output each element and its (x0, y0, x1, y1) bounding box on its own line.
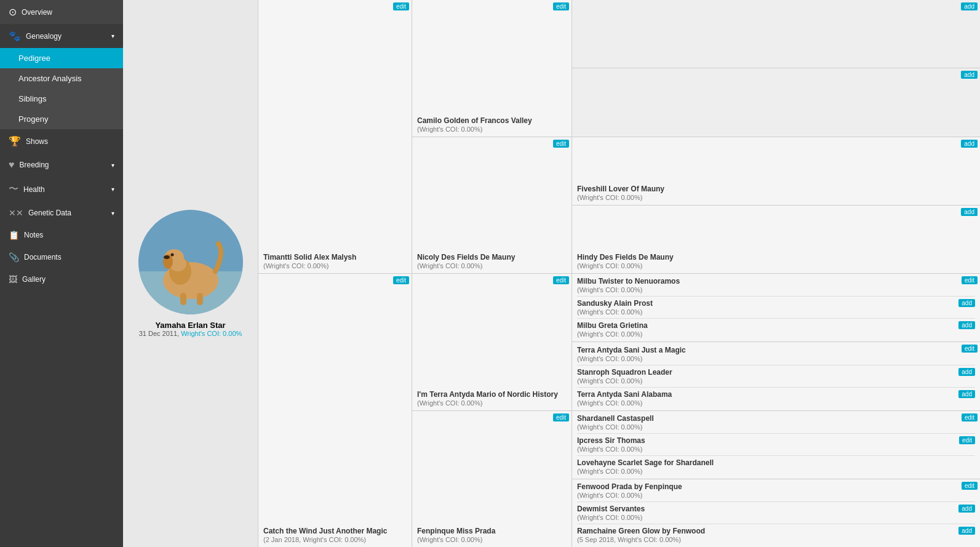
ggp-7b-coi: (Wright's COI: 0.00%) (577, 445, 975, 453)
ggp-8b-add-button[interactable]: add (958, 505, 975, 513)
sidebar-item-shows[interactable]: 🏆 Shows (0, 129, 123, 153)
sidebar-item-overview[interactable]: ⊙ Overview (0, 0, 123, 24)
gp-sd-edit-button[interactable]: edit (553, 140, 569, 148)
gallery-label: Gallery (22, 275, 46, 284)
sidebar-item-documents[interactable]: 📎 Documents (0, 246, 123, 268)
ggp-5c-add-button[interactable]: add (958, 321, 975, 329)
sidebar-item-breeding[interactable]: ♥ Breeding ▾ (0, 153, 123, 177)
ggp-6c-add-button[interactable]: add (958, 390, 975, 398)
genetic-data-label: Genetic Data (28, 209, 71, 217)
ggp-5b-add-button[interactable]: add (958, 299, 975, 307)
ggp-8b-coi: (Wright's COI: 0.00%) (577, 514, 975, 521)
ggp-2-add-button[interactable]: add (961, 71, 978, 79)
sidebar-item-genealogy[interactable]: 🐾 Genealogy ▾ (0, 24, 123, 48)
sidebar-item-siblings[interactable]: Siblings (0, 89, 123, 109)
parent-dam-edit-button[interactable]: edit (393, 276, 409, 284)
grandparents-column: edit Camilo Golden of Francos Valley (Wr… (412, 0, 572, 547)
ggp-5a-coi: (Wright's COI: 0.00%) (577, 286, 975, 293)
pedigree-view: Yamaha Erlan Star 31 Dec 2011, Wright's … (123, 0, 980, 547)
ggp-5b-coi: (Wright's COI: 0.00%) (577, 308, 975, 316)
breeding-label: Breeding (20, 161, 49, 169)
gp-ss-cell: edit Camilo Golden of Francos Valley (Wr… (412, 0, 572, 137)
ggp-7b-edit-button[interactable]: edit (959, 436, 975, 444)
ggp-4-name: Hindy Des Fields De Mauny (577, 253, 975, 262)
sidebar-item-ancestor-analysis[interactable]: Ancestor Analysis (0, 68, 123, 89)
siblings-label: Siblings (18, 94, 47, 103)
ggp-1-add-button[interactable]: add (961, 2, 978, 10)
ggp-4-coi: (Wright's COI: 0.00%) (577, 262, 975, 270)
ggp-8c-coi: (5 Sep 2018, Wright's COI: 0.00%) (577, 536, 975, 543)
ggp-8-edit-button[interactable]: edit (962, 482, 978, 490)
ggp-7-edit-button[interactable]: edit (962, 413, 978, 421)
gp-dd-edit-button[interactable]: edit (553, 413, 569, 421)
ggp-1-cell: add (572, 0, 980, 68)
ggp-5-edit-button[interactable]: edit (962, 276, 978, 284)
dog-coi-link[interactable]: Wright's COI: 0.00% (181, 330, 242, 337)
svg-rect-10 (180, 293, 186, 305)
ggp-3-name: Fiveshill Lover Of Mauny (577, 185, 975, 193)
dog-photo (138, 210, 243, 314)
genealogy-label: Genealogy (26, 32, 62, 41)
ggp-8c-add-button[interactable]: add (958, 527, 975, 535)
gp-dd-cell: edit Fenpinque Miss Prada (Wright's COI:… (412, 411, 572, 548)
notes-icon: 📋 (9, 230, 19, 240)
ggp-6-edit-button[interactable]: edit (962, 345, 978, 353)
ggp-5c-coi: (Wright's COI: 0.00%) (577, 330, 975, 338)
notes-label: Notes (24, 231, 43, 239)
dog-column: Yamaha Erlan Star 31 Dec 2011, Wright's … (123, 0, 258, 547)
sidebar-item-pedigree[interactable]: Pedigree (0, 48, 123, 68)
pedigree-label: Pedigree (18, 54, 50, 63)
parent-sire-cell: edit Timantti Solid Alex Malysh (Wright'… (258, 0, 412, 274)
sidebar-item-progeny[interactable]: Progeny (0, 109, 123, 129)
svg-point-8 (164, 255, 170, 259)
ggp-4-cell: edit Hindy Des Fields De Mauny (Wright's… (572, 206, 980, 274)
parent-sire-edit-button[interactable]: edit (393, 2, 409, 10)
ggp-5c-name: Milbu Greta Grietina (577, 321, 975, 330)
gp-ss-edit-button[interactable]: edit (553, 2, 569, 10)
gp-dd-coi: (Wright's COI: 0.00%) (417, 536, 567, 543)
ggp-5a-name: Milbu Twister to Nenuoramos (577, 277, 975, 285)
ggp-3-add-button[interactable]: add (961, 140, 978, 148)
health-chevron-icon: ▾ (111, 186, 114, 193)
parent-dam-coi: (2 Jan 2018, Wright's COI: 0.00%) (263, 536, 407, 543)
sidebar-item-health[interactable]: 〜 Health ▾ (0, 177, 123, 202)
sidebar: ⊙ Overview 🐾 Genealogy ▾ Pedigree Ancest… (0, 0, 123, 547)
wave-icon: 〜 (9, 183, 18, 196)
ggp-6b-add-button[interactable]: add (958, 368, 975, 376)
sidebar-item-genetic-data[interactable]: ✕✕ Genetic Data ▾ (0, 202, 123, 224)
breeding-chevron-icon: ▾ (111, 162, 114, 169)
ggp-6c-coi: (Wright's COI: 0.00%) (577, 399, 975, 407)
gp-sd-coi: (Wright's COI: 0.00%) (417, 262, 567, 270)
sidebar-overview-label: Overview (22, 8, 52, 17)
overview-icon: ⊙ (9, 6, 17, 18)
clip-icon: 📎 (9, 252, 19, 262)
ggp-4-add-button[interactable]: add (961, 208, 978, 216)
ggp-7b-name: Ipcress Sir Thomas (577, 436, 975, 445)
gp-ss-name: Camilo Golden of Francos Valley (417, 116, 567, 125)
ggp-8-cell: edit Fenwood Prada by Fenpinque (Wright'… (572, 479, 980, 547)
parent-dam-name: Catch the Wind Just Another Magic (263, 527, 407, 535)
svg-rect-11 (197, 293, 203, 305)
paw-icon: 🐾 (9, 30, 21, 42)
gp-sd-cell: edit Nicoly Des Fields De Mauny (Wright'… (412, 137, 572, 274)
svg-point-9 (170, 254, 173, 257)
ggp-5b-name: Sandusky Alain Prost (577, 299, 975, 308)
ggp-5-cell: edit Milbu Twister to Nenuoramos (Wright… (572, 274, 980, 342)
sidebar-item-notes[interactable]: 📋 Notes (0, 224, 123, 246)
parent-sire-name: Timantti Solid Alex Malysh (263, 253, 407, 262)
ggp-6a-name: Terra Antyda Sani Just a Magic (577, 346, 975, 354)
sidebar-item-gallery[interactable]: 🖼 Gallery (0, 268, 123, 290)
dna-icon: ✕✕ (9, 208, 23, 218)
ggp-8c-name: Ramchaine Green Glow by Fenwood (577, 527, 975, 535)
dog-name: Yamaha Erlan Star (155, 321, 225, 330)
ggp-2-cell: add (572, 68, 980, 137)
documents-label: Documents (24, 253, 62, 262)
ggp-6b-coi: (Wright's COI: 0.00%) (577, 377, 975, 385)
gp-ds-edit-button[interactable]: edit (553, 276, 569, 284)
trophy-icon: 🏆 (9, 135, 21, 147)
parent-dam-cell: edit Catch the Wind Just Another Magic (… (258, 274, 412, 547)
ggp-3-coi: (Wright's COI: 0.00%) (577, 194, 975, 201)
ggp-7c-name: Lovehayne Scarlet Sage for Shardanell (577, 458, 975, 467)
chevron-down-icon: ▾ (111, 33, 114, 39)
gp-ds-coi: (Wright's COI: 0.00%) (417, 399, 567, 407)
